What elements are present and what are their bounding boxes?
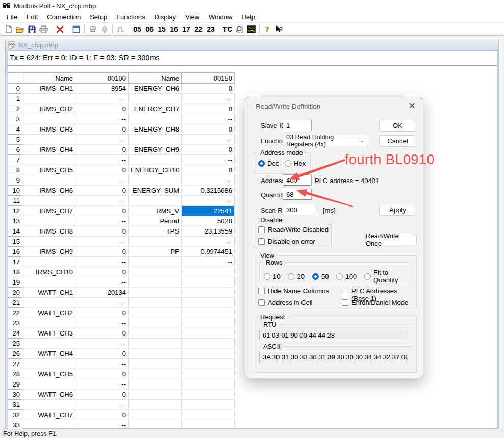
cell[interactable]: WATT_CH4 [22, 349, 75, 359]
cell[interactable]: WATT_CH5 [22, 369, 75, 379]
cell[interactable]: 0.3215686 [182, 186, 235, 196]
cell[interactable]: 0 [75, 308, 129, 318]
menu-edit[interactable]: Edit [22, 12, 42, 22]
cell[interactable]: WATT_CH7 [22, 410, 75, 420]
quantity-field[interactable]: 68 [283, 189, 312, 200]
cell[interactable] [182, 379, 235, 390]
cell[interactable]: -- [75, 175, 129, 186]
menu-help[interactable]: Help [237, 12, 260, 22]
cell[interactable]: Period [129, 216, 182, 226]
scan-view-button[interactable] [234, 23, 245, 35]
cell[interactable]: TPS [129, 226, 182, 237]
cell[interactable] [182, 318, 235, 328]
cell[interactable] [129, 155, 182, 165]
cell[interactable] [182, 349, 235, 359]
column-header[interactable] [8, 73, 22, 84]
cell[interactable] [182, 410, 235, 420]
cell[interactable]: IRMS_CH6 [22, 186, 75, 196]
cancel-button[interactable]: Cancel [379, 135, 416, 147]
cell[interactable]: 0 [75, 186, 129, 196]
menu-display[interactable]: Display [150, 12, 181, 22]
cell[interactable]: 0 [75, 226, 129, 237]
cell[interactable] [182, 359, 235, 369]
scan-rate-field[interactable]: 300 [283, 204, 316, 215]
cell[interactable] [129, 359, 182, 369]
cell[interactable]: -- [182, 135, 235, 145]
cell[interactable]: 0 [75, 206, 129, 216]
rows-option-10[interactable]: 10 [264, 269, 280, 284]
address-mode-hex-radio[interactable]: Hex [285, 160, 306, 167]
cell[interactable]: -- [182, 175, 235, 186]
cell[interactable]: 0 [182, 104, 235, 114]
menu-view[interactable]: View [181, 12, 204, 22]
cell[interactable]: -- [75, 237, 129, 247]
cell[interactable]: ENERGY_CH9 [129, 145, 182, 155]
cell[interactable]: 0 [75, 165, 129, 175]
slave-id-field[interactable]: 1 [283, 120, 312, 131]
cell[interactable]: WATT_CH1 [22, 288, 75, 298]
cell[interactable]: 20134 [75, 288, 129, 298]
cell[interactable]: -- [75, 298, 129, 308]
cell[interactable]: -- [182, 94, 235, 104]
cell[interactable] [129, 379, 182, 390]
cell[interactable]: -- [75, 359, 129, 369]
function-pulse-button[interactable] [115, 23, 127, 35]
cell[interactable] [129, 175, 182, 186]
cell[interactable]: 0 [75, 267, 129, 277]
cell[interactable]: PF [129, 247, 182, 257]
function-16-button[interactable]: 16 [168, 23, 180, 35]
cell[interactable]: 0 [182, 145, 235, 155]
cell[interactable]: 0 [75, 410, 129, 420]
cell[interactable]: -- [75, 155, 129, 165]
cell[interactable] [22, 175, 75, 186]
cell[interactable]: -- [75, 216, 129, 226]
cell[interactable] [129, 135, 182, 145]
column-header[interactable]: 00150 [182, 73, 235, 84]
cell[interactable] [22, 257, 75, 267]
cell[interactable]: 0 [75, 124, 129, 135]
help-button[interactable]: ? [262, 23, 273, 35]
cell[interactable] [22, 114, 75, 124]
cell[interactable]: IRMS_CH4 [22, 145, 75, 155]
column-header[interactable]: Name [22, 73, 75, 84]
connection-setup-button[interactable] [87, 23, 98, 35]
cell[interactable] [22, 135, 75, 145]
rows-option-fit-to-quantity[interactable]: Fit to Quantity [364, 269, 412, 284]
cell[interactable] [182, 267, 235, 277]
function-17-button[interactable]: 17 [180, 23, 192, 35]
address-field[interactable]: 400 [283, 174, 312, 186]
cell[interactable] [22, 277, 75, 288]
cell[interactable] [22, 94, 75, 104]
cell[interactable]: 0 [75, 390, 129, 400]
alarm-button[interactable] [98, 23, 110, 35]
cell[interactable]: IRMS_CH1 [22, 84, 75, 94]
cell[interactable] [22, 318, 75, 328]
cell[interactable] [182, 369, 235, 379]
communication-traffic-button[interactable] [245, 23, 257, 35]
cell[interactable] [129, 114, 182, 124]
context-help-button[interactable]: ? [273, 23, 285, 35]
cell[interactable]: 0 [75, 328, 129, 339]
cell[interactable] [22, 400, 75, 410]
cell[interactable]: IRMS_CH9 [22, 247, 75, 257]
disconnect-button[interactable] [54, 23, 66, 35]
cell[interactable]: -- [182, 114, 235, 124]
function-23-button[interactable]: 23 [205, 23, 217, 35]
print-button[interactable] [38, 23, 49, 35]
menu-file[interactable]: File [2, 12, 22, 22]
cell[interactable]: 0 [182, 84, 235, 94]
cell[interactable]: IRMS_CH10 [22, 267, 75, 277]
cell[interactable]: 0 [75, 349, 129, 359]
cell[interactable] [129, 369, 182, 379]
cell[interactable]: -- [75, 114, 129, 124]
cell[interactable]: IRMS_CH5 [22, 165, 75, 175]
cell[interactable] [182, 277, 235, 288]
menu-connection[interactable]: Connection [42, 12, 85, 22]
open-file-button[interactable] [14, 23, 26, 35]
cell[interactable]: WATT_CH3 [22, 328, 75, 339]
cell[interactable]: -- [75, 135, 129, 145]
cell[interactable]: -- [75, 318, 129, 328]
cell[interactable]: ENERGY_CH10 [129, 165, 182, 175]
cell[interactable]: -- [75, 196, 129, 206]
cell[interactable] [129, 196, 182, 206]
